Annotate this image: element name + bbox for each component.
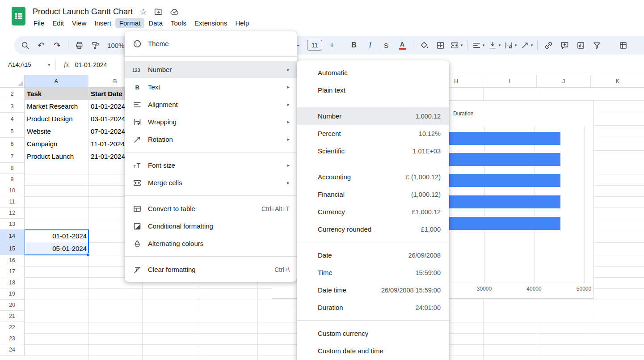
menu-item-clear-formatting[interactable]: Clear formattingCtrl+\: [125, 261, 297, 278]
print-button[interactable]: [72, 38, 86, 52]
menu-item-text[interactable]: BText▸: [125, 78, 297, 96]
menu-item-convert-to-table[interactable]: Convert to tableCtrl+Alt+T: [125, 200, 297, 217]
menu-item-alignment[interactable]: Alignment▸: [125, 96, 297, 113]
row-header-11[interactable]: 11: [0, 196, 25, 208]
borders-button[interactable]: [434, 38, 447, 52]
row-header-14[interactable]: 14: [0, 230, 25, 242]
menubar-item-edit[interactable]: Edit: [48, 18, 68, 28]
bold-button[interactable]: B: [347, 38, 361, 52]
row-header-4[interactable]: 4: [0, 113, 25, 125]
move-folder-icon[interactable]: [154, 7, 163, 17]
row-header-15[interactable]: 15: [0, 242, 25, 255]
menu-item-date[interactable]: Date26/09/2008: [297, 246, 449, 264]
row-header-24[interactable]: 24: [0, 344, 25, 356]
row-header-17[interactable]: 17: [0, 266, 25, 277]
menubar-item-format[interactable]: Format: [115, 18, 145, 28]
menubar-item-file[interactable]: File: [29, 18, 48, 28]
formula-input[interactable]: 01-01-2024: [75, 61, 107, 68]
name-box[interactable]: A14:A15 ▾: [0, 61, 50, 68]
row-header-20[interactable]: 20: [0, 300, 25, 311]
menu-item-automatic[interactable]: Automatic: [297, 64, 449, 81]
menu-item-merge-cells[interactable]: Merge cells▸: [125, 174, 297, 191]
menu-item-wrapping[interactable]: Wrapping▸: [125, 113, 297, 131]
italic-button[interactable]: I: [363, 38, 377, 52]
cell-A7[interactable]: Product Launch: [25, 150, 88, 162]
row-header-22[interactable]: 22: [0, 322, 25, 333]
text-wrap-button[interactable]: ▾: [504, 38, 517, 52]
menu-item-scientific[interactable]: Scientific1.01E+03: [297, 142, 449, 160]
row-header-3[interactable]: 3: [0, 100, 25, 113]
row-header-2[interactable]: 2: [0, 88, 25, 100]
merge-cells-button[interactable]: ▾: [450, 38, 463, 52]
vertical-align-button[interactable]: ▾: [488, 38, 501, 52]
row-header-19[interactable]: 19: [0, 288, 25, 300]
row-header-16[interactable]: 16: [0, 255, 25, 266]
menubar-item-help[interactable]: Help: [231, 18, 253, 28]
text-rotation-button[interactable]: ▾: [520, 38, 533, 52]
column-header-a[interactable]: A: [25, 75, 88, 88]
column-header-k[interactable]: K: [591, 75, 644, 88]
menubar-item-insert[interactable]: Insert: [90, 18, 115, 28]
row-header-7[interactable]: 7: [0, 150, 25, 163]
cell-A2[interactable]: Task: [25, 88, 88, 100]
row-header-6[interactable]: 6: [0, 138, 25, 150]
cell-A14[interactable]: 01-01-2024: [25, 230, 88, 242]
text-color-button[interactable]: A: [396, 38, 409, 52]
menu-item-duration[interactable]: Duration24:01:00: [297, 299, 449, 316]
redo-button[interactable]: ↷: [51, 38, 64, 52]
horizontal-align-button[interactable]: ▾: [471, 38, 485, 52]
star-icon[interactable]: ☆: [139, 8, 147, 16]
row-header-12[interactable]: 12: [0, 208, 25, 219]
column-header-j[interactable]: J: [537, 75, 591, 88]
menu-item-accounting[interactable]: Accounting£ (1,000.12): [297, 168, 449, 186]
fill-handle[interactable]: [87, 253, 90, 256]
cell-A15[interactable]: 05-01-2024: [25, 242, 88, 254]
menu-item-number[interactable]: 123Number▸: [125, 61, 297, 78]
row-header-18[interactable]: 18: [0, 277, 25, 288]
row-header-5[interactable]: 5: [0, 125, 25, 138]
sheets-logo-icon[interactable]: [11, 6, 26, 26]
menu-item-rotation[interactable]: Rotation▸: [125, 131, 297, 148]
menu-item-date-time[interactable]: Date time26/09/2008 15:59:00: [297, 281, 449, 299]
create-filter-button[interactable]: [590, 38, 603, 52]
cell-A3[interactable]: Market Research: [25, 100, 88, 112]
paint-format-button[interactable]: [88, 38, 102, 52]
menu-item-currency[interactable]: Currency£1,000.12: [297, 203, 449, 220]
fill-color-button[interactable]: [417, 38, 431, 52]
menu-item-time[interactable]: Time15:59:00: [297, 264, 449, 281]
menu-item-font-size[interactable]: TTFont size▸: [125, 157, 297, 174]
menu-item-alternating-colours[interactable]: Alternating colours: [125, 235, 297, 252]
row-header-13[interactable]: 13: [0, 219, 25, 230]
increase-font-size-button[interactable]: +: [325, 38, 339, 52]
row-header-21[interactable]: 21: [0, 311, 25, 322]
insert-link-button[interactable]: [542, 38, 555, 52]
menu-item-custom-date-and-time[interactable]: Custom date and time: [297, 342, 449, 360]
row-header-9[interactable]: 9: [0, 174, 25, 185]
menu-item-theme[interactable]: Theme: [125, 35, 297, 52]
search-button[interactable]: [18, 38, 32, 52]
font-size-input[interactable]: 11: [307, 40, 322, 51]
cell-A6[interactable]: Campaign: [25, 138, 88, 150]
menubar-item-view[interactable]: View: [68, 18, 90, 28]
cell-A4[interactable]: Product Design: [25, 113, 88, 125]
menu-item-plain-text[interactable]: Plain text: [297, 81, 449, 99]
insert-chart-button[interactable]: [574, 38, 587, 52]
document-title[interactable]: Product Launch Gantt Chart: [33, 7, 133, 17]
row-header-10[interactable]: 10: [0, 185, 25, 196]
undo-button[interactable]: ↶: [34, 38, 48, 52]
menu-item-number[interactable]: Number1,000.12: [297, 107, 449, 125]
table-options-button[interactable]: [616, 38, 630, 52]
strikethrough-button[interactable]: S: [379, 38, 393, 52]
row-header-23[interactable]: 23: [0, 333, 25, 344]
menubar-item-extensions[interactable]: Extensions: [190, 18, 231, 28]
menu-item-percent[interactable]: Percent10.12%: [297, 125, 449, 142]
menu-item-currency-rounded[interactable]: Currency rounded£1,000: [297, 220, 449, 238]
column-header-i[interactable]: I: [483, 75, 537, 88]
menu-item-custom-currency[interactable]: Custom currency: [297, 325, 449, 342]
menu-item-financial[interactable]: Financial(1,000.12): [297, 186, 449, 203]
select-all-corner[interactable]: [0, 75, 25, 88]
insert-comment-button[interactable]: [558, 38, 571, 52]
menubar-item-tools[interactable]: Tools: [167, 18, 190, 28]
menubar-item-data[interactable]: Data: [144, 18, 167, 28]
cell-A5[interactable]: Website: [25, 125, 88, 137]
